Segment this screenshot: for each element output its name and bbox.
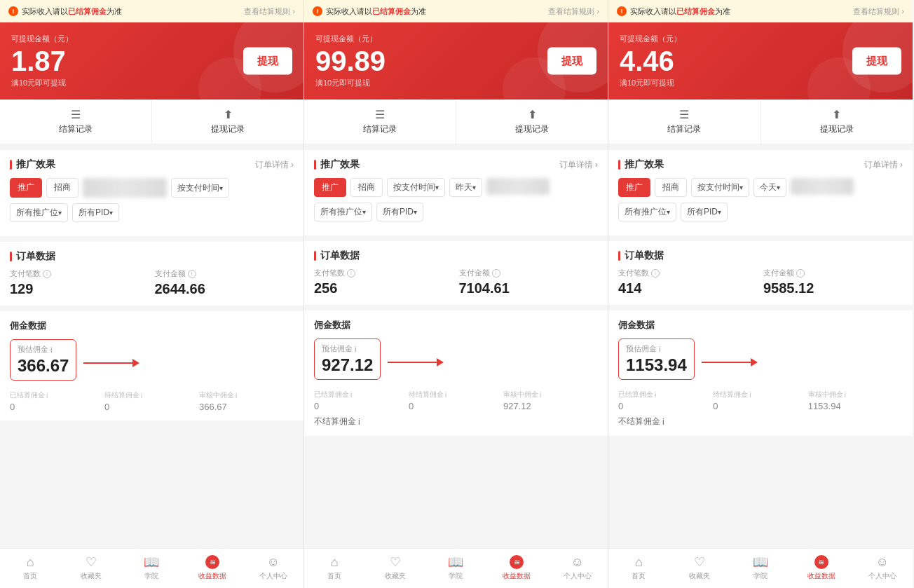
sub-info-icon: i: [540, 391, 541, 399]
placement-select-1[interactable]: 所有推广位: [10, 203, 68, 222]
nav-item-2-0[interactable]: ⌂ 首页: [304, 553, 365, 582]
sub-stat-3-0: 已结算佣金 i 0: [618, 390, 713, 411]
action-btn-1-0[interactable]: ☰ 结算记录: [0, 100, 152, 144]
commission-section-3: 佣金数据 预估佣金 i 1153.94 已结算佣金 i 0: [608, 310, 913, 436]
sub-stat-value-2-2: 927.12: [503, 401, 598, 411]
stat-label-2-0: 支付笔数 i: [314, 268, 453, 278]
nav-icon-2-0: ⌂: [327, 554, 342, 570]
order-title-2: 订单数据: [314, 249, 598, 262]
action-icon-1-1: ⬆: [220, 108, 236, 121]
stat-label-2-1: 支付金额 i: [459, 268, 599, 278]
estimated-label-1: 预估佣金 i: [18, 344, 69, 355]
nav-label-1-3: 收益数据: [198, 571, 226, 581]
action-btn-3-1[interactable]: ⬆ 提现记录: [761, 100, 913, 144]
nav-label-3-2: 学院: [753, 571, 768, 581]
balance-sub-2: 满10元即可提现: [315, 78, 596, 88]
nav-item-2-4[interactable]: ☺ 个人中心: [547, 553, 608, 582]
sub-info-icon: i: [141, 392, 142, 399]
nav-item-1-3[interactable]: 收益数据: [182, 553, 243, 582]
pid-select-3[interactable]: 所有PID: [681, 203, 728, 221]
sub-stat-label-2-0: 已结算佣金 i: [314, 390, 409, 399]
filter-select-1-0[interactable]: 按支付时间: [171, 178, 229, 198]
placement-select-2[interactable]: 所有推广位: [314, 203, 372, 221]
filter-tab-2-1[interactable]: 招商: [350, 178, 383, 197]
pid-select-2[interactable]: 所有PID: [376, 203, 423, 221]
action-btn-2-1[interactable]: ⬆ 提现记录: [456, 100, 608, 144]
promo-section-2: 推广效果 订单详情 推广招商按支付时间昨天所有推广位所有PID: [304, 150, 608, 235]
stat-value-2-0: 256: [314, 280, 453, 296]
nav-item-3-4[interactable]: ☺ 个人中心: [852, 553, 913, 582]
filter-select-3-0[interactable]: 按支付时间: [691, 178, 749, 197]
nav-label-1-1: 收藏夹: [81, 571, 102, 581]
filter-tab-1-0[interactable]: 推广: [10, 178, 42, 198]
filter-select-3-1[interactable]: 今天: [753, 178, 786, 197]
estimated-info-icon-1: i: [50, 346, 52, 354]
balance-label-2: 可提现金额（元）: [315, 34, 596, 44]
stat-value-3-0: 414: [618, 280, 758, 296]
notice-link-2[interactable]: 查看结算规则: [548, 6, 599, 17]
balance-sub-3: 满10元即可提现: [620, 78, 901, 88]
pid-select-1[interactable]: 所有PID: [72, 203, 119, 222]
filter-select-2-1[interactable]: 昨天: [449, 178, 482, 197]
nav-item-3-0[interactable]: ⌂ 首页: [608, 553, 669, 582]
filter-select-2-0[interactable]: 按支付时间: [387, 178, 445, 197]
estimated-label-2: 预估佣金 i: [322, 343, 373, 354]
nav-icon-2-3: [509, 554, 524, 570]
nav-icon-1-0: ⌂: [22, 554, 38, 570]
non-calc-info-icon-2: i: [358, 417, 360, 427]
notice-link-1[interactable]: 查看结算规则: [244, 6, 295, 17]
sub-info-icon: i: [445, 391, 446, 399]
nav-item-3-1[interactable]: ♡ 收藏夹: [669, 553, 730, 582]
action-btn-1-1[interactable]: ⬆ 提现记录: [152, 100, 303, 144]
estimated-commission-box-1: 预估佣金 i 366.67: [10, 339, 76, 381]
filter-tab-2-0[interactable]: 推广: [314, 178, 346, 197]
promo-link-1[interactable]: 订单详情: [255, 159, 294, 171]
notice-text-1: 实际收入请以已结算佣金为准: [22, 6, 244, 17]
notice-icon-3: !: [617, 6, 627, 16]
nav-icon-3-3: [814, 554, 829, 570]
sub-stat-label-1-2: 审核中佣金 i: [199, 390, 294, 400]
nav-item-2-2[interactable]: 📖 学院: [425, 553, 486, 582]
filter-tab-3-0[interactable]: 推广: [618, 178, 650, 197]
nav-item-2-1[interactable]: ♡ 收藏夹: [365, 553, 426, 582]
action-btn-3-0[interactable]: ☰ 结算记录: [608, 100, 761, 144]
nav-item-1-4[interactable]: ☺ 个人中心: [243, 553, 303, 582]
placement-select-3[interactable]: 所有推广位: [618, 203, 676, 221]
withdraw-button-3[interactable]: 提现: [852, 48, 901, 75]
sub-stat-label-3-0: 已结算佣金 i: [618, 390, 713, 399]
balance-label-1: 可提现金额（元）: [11, 34, 292, 44]
nav-label-1-2: 学院: [144, 571, 158, 581]
stat-value-3-1: 9585.12: [763, 280, 903, 296]
stat-label-3-0: 支付笔数 i: [618, 268, 758, 278]
nav-item-3-3[interactable]: 收益数据: [791, 553, 852, 582]
stat-item-2-1: 支付金额 i 7104.61: [459, 268, 599, 296]
nav-item-3-2[interactable]: 📖 学院: [730, 553, 791, 582]
notice-highlight-1: 已结算佣金: [68, 7, 107, 15]
bottom-nav-3: ⌂ 首页 ♡ 收藏夹 📖 学院 收益数据: [608, 548, 913, 588]
estimated-amount-3: 1153.94: [626, 355, 687, 375]
commission-section-2: 佣金数据 预估佣金 i 927.12 已结算佣金 i 0: [304, 310, 608, 436]
filters-row-3: 推广招商按支付时间今天: [618, 178, 903, 197]
withdraw-button-1[interactable]: 提现: [243, 48, 292, 75]
balance-card-3: 可提现金额（元） 4.46 满10元即可提现 提现: [608, 22, 913, 100]
promo-link-2[interactable]: 订单详情: [559, 159, 598, 171]
filters-row2-2: 所有推广位所有PID: [314, 203, 598, 221]
filter-tab-1-1[interactable]: 招商: [46, 178, 79, 198]
nav-item-1-2[interactable]: 📖 学院: [121, 553, 182, 582]
withdraw-button-2[interactable]: 提现: [547, 48, 596, 75]
notice-link-3[interactable]: 查看结算规则: [853, 6, 904, 17]
nav-icon-3-2: 📖: [753, 554, 768, 570]
notice-highlight-2: 已结算佣金: [372, 7, 411, 15]
filter-tab-3-1[interactable]: 招商: [655, 178, 687, 197]
action-row-2: ☰ 结算记录 ⬆ 提现记录: [304, 100, 608, 144]
nav-icon-1-2: 📖: [144, 554, 159, 570]
nav-item-1-1[interactable]: ♡ 收藏夹: [61, 553, 122, 582]
promo-title-1: 推广效果: [10, 158, 55, 171]
sub-stat-value-1-0: 0: [10, 402, 104, 412]
nav-item-2-3[interactable]: 收益数据: [486, 553, 547, 582]
action-btn-2-0[interactable]: ☰ 结算记录: [304, 100, 456, 144]
stat-value-2-1: 7104.61: [459, 280, 599, 296]
nav-item-1-0[interactable]: ⌂ 首页: [0, 553, 61, 582]
estimated-amount-2: 927.12: [322, 355, 373, 375]
promo-link-3[interactable]: 订单详情: [864, 159, 903, 171]
